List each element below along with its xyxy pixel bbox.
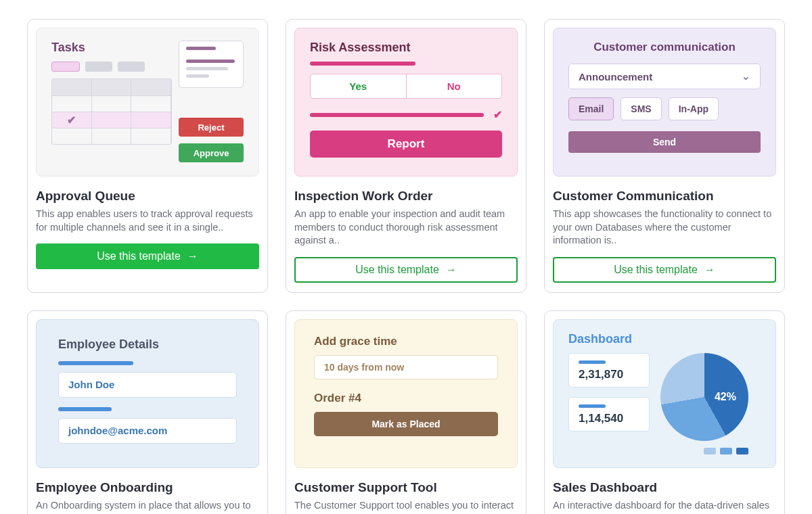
name-input[interactable]: John Doe bbox=[58, 372, 237, 398]
card-description: An interactive dashboard for the data-dr… bbox=[553, 499, 776, 514]
card-title: Approval Queue bbox=[36, 189, 259, 204]
card-title: Customer Communication bbox=[553, 189, 776, 204]
chevron-down-icon: ⌄ bbox=[742, 70, 750, 83]
mark-placed-button[interactable]: Mark as Placed bbox=[314, 412, 498, 436]
stat-cards: 2,31,870 1,14,540 bbox=[568, 353, 650, 431]
template-card-onboarding: Employee Details John Doe johndoe@acme.c… bbox=[27, 310, 268, 514]
card-description: An Onboarding system in place that allow… bbox=[36, 499, 259, 514]
card-title: Inspection Work Order bbox=[294, 189, 518, 204]
progress-bar bbox=[310, 113, 484, 117]
announcement-select[interactable]: Announcement ⌄ bbox=[568, 64, 761, 89]
legend-swatch bbox=[736, 448, 748, 454]
table-row-selected[interactable]: ✔ bbox=[52, 112, 171, 128]
template-card-dashboard: Dashboard 2,31,870 1,14,540 42% bbox=[544, 310, 785, 514]
preview-communication: Customer communication Announcement ⌄ Em… bbox=[553, 28, 776, 177]
template-card-approval-queue: Tasks ✔ bbox=[27, 19, 268, 293]
reject-button[interactable]: Reject bbox=[179, 118, 244, 137]
preview-approval: Tasks ✔ bbox=[36, 28, 259, 177]
stat-value: 1,14,540 bbox=[579, 412, 639, 425]
pie-chart: 42% bbox=[660, 353, 748, 454]
filter-chips bbox=[51, 62, 172, 72]
approve-button[interactable]: Approve bbox=[179, 143, 244, 162]
arrow-right-icon: → bbox=[704, 264, 715, 276]
use-template-button[interactable]: Use this template → bbox=[294, 257, 518, 283]
arrow-right-icon: → bbox=[187, 250, 198, 262]
preview-employee: Employee Details John Doe johndoe@acme.c… bbox=[36, 319, 259, 468]
no-option[interactable]: No bbox=[407, 74, 502, 98]
preview-risk: Risk Assessment Yes No ✔ Report bbox=[294, 28, 518, 177]
preview-heading: Risk Assessment bbox=[310, 41, 502, 55]
pie-percent-label: 42% bbox=[715, 391, 736, 403]
card-title: Customer Support Tool bbox=[294, 480, 518, 495]
channel-email[interactable]: Email bbox=[568, 97, 614, 120]
tasks-table: ✔ bbox=[51, 78, 172, 145]
pie-legend bbox=[660, 448, 748, 454]
legend-swatch bbox=[720, 448, 732, 454]
divider-accent bbox=[310, 62, 415, 66]
legend-swatch bbox=[704, 448, 716, 454]
preview-dashboard: Dashboard 2,31,870 1,14,540 42% bbox=[553, 319, 776, 468]
card-description: This app enables users to track approval… bbox=[36, 208, 259, 234]
chip[interactable] bbox=[118, 62, 145, 72]
stat-card: 1,14,540 bbox=[568, 397, 650, 431]
send-button[interactable]: Send bbox=[568, 131, 761, 153]
use-template-label: Use this template bbox=[614, 264, 698, 276]
use-template-label: Use this template bbox=[97, 250, 181, 262]
divider-accent bbox=[58, 407, 112, 411]
card-title: Sales Dashboard bbox=[553, 480, 776, 495]
email-input[interactable]: johndoe@acme.com bbox=[58, 418, 237, 444]
check-icon: ✔ bbox=[67, 114, 76, 126]
yes-option[interactable]: Yes bbox=[311, 74, 407, 98]
card-description: An app to enable your inspection and aud… bbox=[294, 208, 518, 248]
channel-chips: Email SMS In-App bbox=[568, 97, 761, 120]
grace-input[interactable]: 10 days from now bbox=[314, 355, 498, 379]
check-icon: ✔ bbox=[493, 108, 502, 121]
yes-no-toggle: Yes No bbox=[310, 74, 502, 99]
preview-heading: Employee Details bbox=[58, 337, 237, 352]
chip[interactable] bbox=[85, 62, 112, 72]
preview-heading: Add grace time bbox=[314, 335, 498, 348]
select-value: Announcement bbox=[579, 71, 652, 83]
channel-inapp[interactable]: In-App bbox=[669, 97, 719, 120]
channel-sms[interactable]: SMS bbox=[621, 97, 661, 120]
stat-card: 2,31,870 bbox=[568, 353, 650, 388]
use-template-button[interactable]: Use this template → bbox=[553, 257, 776, 283]
stat-value: 2,31,870 bbox=[579, 368, 639, 381]
stat-accent bbox=[579, 360, 606, 364]
stat-accent bbox=[579, 404, 606, 408]
divider-accent bbox=[58, 361, 133, 365]
card-description: The Customer Support tool enables you to… bbox=[294, 499, 518, 514]
preview-heading: Customer communication bbox=[568, 41, 761, 54]
chip-selected[interactable] bbox=[51, 62, 80, 72]
detail-card bbox=[179, 41, 244, 88]
card-description: This app showcases the functionality to … bbox=[553, 208, 776, 248]
arrow-right-icon: → bbox=[446, 264, 457, 276]
preview-heading: Tasks bbox=[51, 41, 172, 55]
report-button[interactable]: Report bbox=[310, 131, 502, 158]
template-card-communication: Customer communication Announcement ⌄ Em… bbox=[544, 19, 785, 293]
template-card-support: Add grace time 10 days from now Order #4… bbox=[286, 310, 526, 514]
preview-support: Add grace time 10 days from now Order #4… bbox=[294, 319, 518, 468]
order-heading: Order #4 bbox=[314, 392, 498, 405]
use-template-label: Use this template bbox=[355, 264, 439, 276]
template-grid: Tasks ✔ bbox=[27, 19, 785, 514]
template-card-inspection: Risk Assessment Yes No ✔ Report Inspecti… bbox=[286, 19, 526, 293]
use-template-button[interactable]: Use this template → bbox=[36, 243, 259, 269]
preview-heading: Dashboard bbox=[568, 332, 761, 346]
card-title: Employee Onboarding bbox=[36, 480, 259, 495]
